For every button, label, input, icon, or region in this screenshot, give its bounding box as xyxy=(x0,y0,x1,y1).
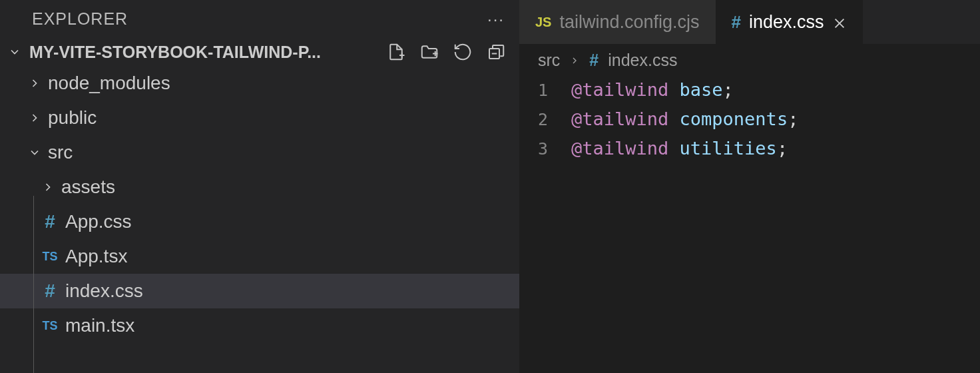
folder-public[interactable]: public xyxy=(0,101,519,135)
project-actions xyxy=(386,42,510,62)
chevron-right-icon xyxy=(27,110,43,126)
indent-guide xyxy=(33,196,34,373)
line-number: 2 xyxy=(538,110,571,129)
token-at-rule: @tailwind xyxy=(571,138,668,159)
ts-file-icon: TS xyxy=(40,316,60,336)
folder-node-modules[interactable]: node_modules xyxy=(0,66,519,101)
code-editor[interactable]: 1 @tailwind base ; 2 @tailwind component… xyxy=(519,77,980,167)
chevron-right-icon xyxy=(27,75,43,91)
project-header[interactable]: MY-VITE-STORYBOOK-TAILWIND-P... xyxy=(0,38,519,66)
token-punctuation: ; xyxy=(723,79,734,100)
tab-tailwind-config[interactable]: JS tailwind.config.cjs xyxy=(519,0,716,44)
ts-file-icon: TS xyxy=(40,246,60,266)
new-folder-icon[interactable] xyxy=(419,42,439,62)
explorer-title: EXPLORER xyxy=(32,9,128,29)
tab-label: index.css xyxy=(749,12,824,33)
css-file-icon: # xyxy=(40,281,60,301)
css-file-icon: # xyxy=(40,212,60,232)
token-punctuation: ; xyxy=(777,138,788,159)
code-line: 1 @tailwind base ; xyxy=(538,79,980,109)
explorer-sidebar: EXPLORER ··· MY-VITE-STORYBOOK-TAILWIND-… xyxy=(0,0,519,373)
file-app-css[interactable]: # App.css xyxy=(0,204,519,239)
file-label: App.tsx xyxy=(65,246,127,267)
js-file-icon: JS xyxy=(535,15,551,30)
tab-label: tailwind.config.cjs xyxy=(559,12,699,33)
folder-assets[interactable]: assets xyxy=(0,170,519,204)
new-file-icon[interactable] xyxy=(386,42,406,62)
folder-label: assets xyxy=(61,177,115,198)
project-name: MY-VITE-STORYBOOK-TAILWIND-P... xyxy=(29,43,379,62)
line-number: 3 xyxy=(538,139,571,159)
close-tab-icon[interactable] xyxy=(832,15,847,29)
token-identifier: utilities xyxy=(680,138,777,159)
editor-pane: JS tailwind.config.cjs # index.css src #… xyxy=(519,0,980,373)
file-index-css[interactable]: # index.css xyxy=(0,274,519,308)
file-label: App.css xyxy=(65,211,132,232)
refresh-icon[interactable] xyxy=(453,42,473,62)
chevron-down-icon xyxy=(7,44,23,60)
file-app-tsx[interactable]: TS App.tsx xyxy=(0,239,519,274)
explorer-more-icon[interactable]: ··· xyxy=(487,10,505,29)
file-tree: node_modules public src assets # App.css… xyxy=(0,66,519,343)
token-at-rule: @tailwind xyxy=(571,79,668,100)
tab-index-css[interactable]: # index.css xyxy=(716,0,863,44)
token-at-rule: @tailwind xyxy=(571,109,668,129)
chevron-down-icon xyxy=(27,145,43,161)
breadcrumb[interactable]: src # index.css xyxy=(519,44,980,77)
breadcrumb-file: index.css xyxy=(608,51,677,70)
code-line: 2 @tailwind components ; xyxy=(538,109,980,138)
folder-label: public xyxy=(48,107,97,129)
token-identifier: base xyxy=(680,79,723,100)
folder-label: node_modules xyxy=(48,73,170,94)
collapse-all-icon[interactable] xyxy=(486,42,506,62)
token-punctuation: ; xyxy=(788,109,798,129)
chevron-right-icon xyxy=(40,179,56,195)
chevron-right-icon xyxy=(569,51,580,70)
file-main-tsx[interactable]: TS main.tsx xyxy=(0,308,519,343)
code-line: 3 @tailwind utilities ; xyxy=(538,138,980,167)
folder-src[interactable]: src xyxy=(0,135,519,170)
css-file-icon: # xyxy=(589,51,599,70)
line-number: 1 xyxy=(538,81,571,100)
breadcrumb-src: src xyxy=(538,51,560,70)
file-label: main.tsx xyxy=(65,315,134,336)
editor-tabs: JS tailwind.config.cjs # index.css xyxy=(519,0,980,44)
file-label: index.css xyxy=(65,280,143,302)
folder-label: src xyxy=(48,142,73,163)
token-identifier: components xyxy=(680,109,788,129)
css-file-icon: # xyxy=(732,12,741,33)
